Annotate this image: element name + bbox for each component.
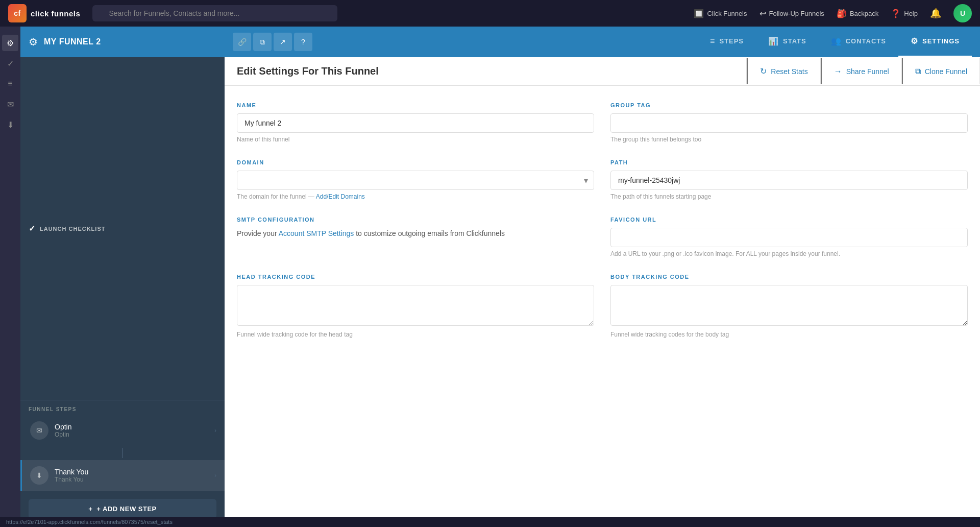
thank-you-step-icon: ⬇ [30, 466, 48, 485]
content-header: Edit Settings For This Funnel ↻ Reset St… [225, 57, 980, 86]
head-tracking-label: HEAD TRACKING CODE [237, 274, 594, 280]
nav-help[interactable]: ❓ Help [891, 9, 918, 18]
path-hint: The path of this funnels starting page [610, 193, 968, 200]
logo-icon: CF [8, 4, 27, 22]
nav-follow-up[interactable]: ↩ Follow-Up Funnels [760, 9, 824, 18]
follow-up-icon: ↩ [760, 9, 766, 18]
sidebar-icon-checklist[interactable]: ✓ [2, 55, 18, 71]
top-nav: CF click funnels 🔍 🔲 Click Funnels ↩ Fol… [0, 0, 980, 27]
reset-stats-button[interactable]: ↻ Reset Stats [747, 58, 820, 84]
tool-link-button[interactable]: 🔗 [233, 33, 251, 51]
form-row-name-group: NAME Name of this funnel GROUP TAG The g… [237, 102, 968, 143]
logo-text: click funnels [31, 9, 80, 18]
funnel-step-optin[interactable]: ✉ Optin Optin › [20, 415, 225, 446]
reset-stats-label: Reset Stats [771, 67, 807, 76]
sidebar-icon-download[interactable]: ⬇ [2, 116, 18, 133]
clone-funnel-button[interactable]: ⧉ Clone Funnel [902, 58, 980, 84]
name-label: NAME [237, 102, 594, 108]
stats-tab-icon: 📊 [768, 36, 779, 46]
domain-select[interactable] [237, 171, 594, 190]
optin-step-arrow-icon: › [214, 427, 216, 434]
search-input[interactable] [92, 5, 337, 21]
form-col-name: NAME Name of this funnel [237, 102, 594, 143]
nav-backpack[interactable]: 🎒 Backpack [837, 9, 878, 18]
notifications-bell-icon[interactable]: 🔔 [930, 8, 941, 19]
thank-you-step-sub: Thank You [55, 476, 208, 483]
share-funnel-button[interactable]: → Share Funnel [821, 58, 902, 84]
settings-tab-icon: ⚙ [911, 36, 918, 46]
domain-select-wrapper: ▾ [237, 171, 594, 190]
sidebar-tab-checklist[interactable]: ✓ LAUNCH CHECKLIST [20, 57, 225, 400]
nav-follow-up-label: Follow-Up Funnels [769, 10, 824, 17]
add-step-plus-icon: + [88, 505, 92, 513]
tab-steps[interactable]: ≡ STEPS [698, 27, 756, 57]
tab-settings[interactable]: ⚙ SETTINGS [898, 27, 972, 57]
thank-you-step-info: Thank You Thank You [55, 468, 208, 483]
reset-stats-icon: ↻ [760, 66, 767, 76]
smtp-description: Provide your Account SMTP Settings to cu… [237, 228, 594, 239]
page-title: Edit Settings For This Funnel [225, 57, 746, 85]
domain-hint: The domain for the funnel — Add/Edit Dom… [237, 193, 594, 200]
funnel-title: MY FUNNEL 2 [44, 37, 101, 46]
optin-step-icon: ✉ [30, 421, 48, 440]
funnel-top-bar: 🔗 ⧉ ↗ ? ≡ STEPS 📊 STATS 👥 CONTACTS ⚙ SET… [225, 27, 980, 57]
thank-you-step-name: Thank You [55, 468, 208, 476]
funnel-sidebar: ⚙ MY FUNNEL 2 ✓ LAUNCH CHECKLIST FUNNEL … [20, 27, 225, 527]
backpack-icon: 🎒 [837, 9, 847, 18]
checklist-icon: ✓ [29, 224, 36, 233]
search-wrapper: 🔍 [92, 5, 337, 21]
body-tracking-textarea[interactable] [610, 285, 968, 326]
favicon-url-input[interactable] [610, 228, 968, 247]
form-row-tracking: HEAD TRACKING CODE Funnel wide tracking … [237, 274, 968, 338]
funnel-step-thank-you[interactable]: ⬇ Thank You Thank You › [20, 460, 225, 491]
step-connector [20, 446, 225, 460]
tool-help-button[interactable]: ? [294, 33, 312, 51]
sidebar-icon-steps[interactable]: ≡ [2, 76, 18, 92]
group-tag-input[interactable] [610, 113, 968, 133]
favicon-hint: Add a URL to your .png or .ico favicon i… [610, 250, 968, 257]
favicon-label: FAVICON URL [610, 217, 968, 223]
body-tracking-label: BODY TRACKING CODE [610, 274, 968, 280]
group-tag-hint: The group this funnel belongs too [610, 136, 968, 143]
add-new-step-button[interactable]: + + ADD NEW STEP [29, 499, 216, 519]
contacts-tab-icon: 👥 [831, 36, 842, 46]
share-funnel-label: Share Funnel [846, 67, 889, 76]
smtp-desc-prefix: Provide your [237, 229, 279, 237]
funnel-top-tools: 🔗 ⧉ ↗ ? [233, 33, 312, 51]
content-actions: ↻ Reset Stats → Share Funnel ⧉ Clone Fun… [746, 58, 980, 84]
tool-copy-button[interactable]: ⧉ [253, 33, 272, 51]
contacts-tab-label: CONTACTS [846, 37, 886, 45]
domain-label: DOMAIN [237, 159, 594, 165]
settings-tab-label: SETTINGS [922, 37, 960, 45]
clone-funnel-label: Clone Funnel [925, 67, 967, 76]
tab-contacts[interactable]: 👥 CONTACTS [819, 27, 898, 57]
form-col-group-tag: GROUP TAG The group this funnel belongs … [610, 102, 968, 143]
form-body: NAME Name of this funnel GROUP TAG The g… [225, 86, 980, 371]
tool-export-button[interactable]: ↗ [274, 33, 292, 51]
group-tag-label: GROUP TAG [610, 102, 968, 108]
checklist-label: LAUNCH CHECKLIST [40, 226, 105, 232]
name-hint: Name of this funnel [237, 136, 594, 143]
click-funnels-icon: 🔲 [694, 9, 704, 18]
avatar[interactable]: U [953, 4, 972, 22]
logo[interactable]: CF click funnels [8, 4, 80, 22]
tab-stats[interactable]: 📊 STATS [756, 27, 819, 57]
sidebar-icon-email[interactable]: ✉ [2, 96, 18, 112]
smtp-desc-suffix: to customize outgoing emails from Clickf… [356, 229, 505, 237]
optin-step-sub: Optin [55, 431, 208, 438]
status-bar: https://ef2e7101-app.clickfunnels.com/fu… [0, 517, 980, 527]
funnel-header: ⚙ MY FUNNEL 2 [20, 27, 225, 57]
name-input[interactable] [237, 113, 594, 133]
add-edit-domains-link[interactable]: Add/Edit Domains [316, 193, 365, 200]
smtp-settings-link[interactable]: Account SMTP Settings [279, 229, 354, 237]
head-tracking-textarea[interactable] [237, 285, 594, 326]
stats-tab-label: STATS [783, 37, 806, 45]
nav-click-funnels[interactable]: 🔲 Click Funnels [694, 9, 747, 18]
smtp-label: SMTP CONFIGURATION [237, 217, 594, 223]
form-col-head-tracking: HEAD TRACKING CODE Funnel wide tracking … [237, 274, 594, 338]
form-row-domain-path: DOMAIN ▾ The domain for the funnel — Add… [237, 159, 968, 200]
form-col-path: PATH The path of this funnels starting p… [610, 159, 968, 200]
domain-hint-prefix: The domain for the funnel — [237, 193, 316, 200]
sidebar-icon-settings[interactable]: ⚙ [2, 35, 18, 51]
path-input[interactable] [610, 171, 968, 190]
